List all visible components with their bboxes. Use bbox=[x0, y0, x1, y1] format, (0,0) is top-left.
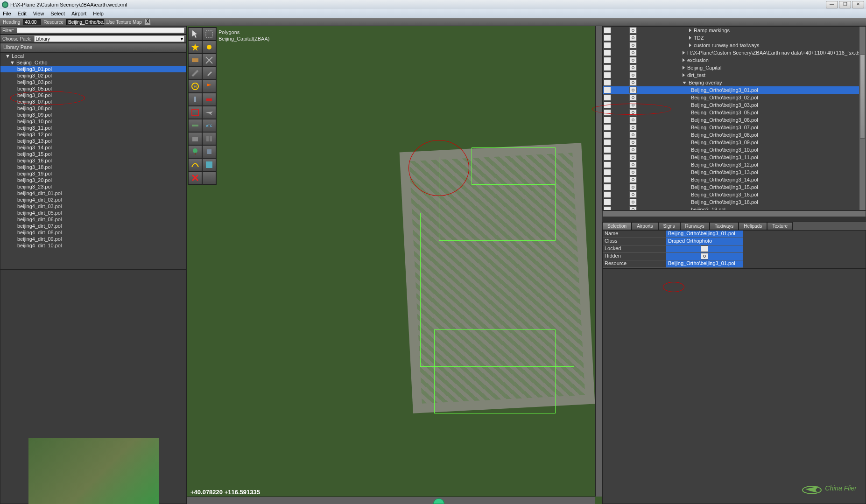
hierarchy-row[interactable]: Beijing_Capital bbox=[603, 64, 866, 71]
tool-exclusion[interactable] bbox=[188, 106, 202, 119]
library-item[interactable]: beijing3_11.pol bbox=[0, 125, 186, 131]
hierarchy-row[interactable]: Beijing_Ortho\beijing3_02.pol bbox=[603, 94, 866, 101]
library-item[interactable]: beijing4_dirt_09.pol bbox=[0, 236, 186, 242]
hide-checkbox[interactable] bbox=[629, 147, 637, 153]
library-item[interactable]: beijing3_23.pol bbox=[0, 183, 186, 190]
hierarchy-scrollbar-v[interactable] bbox=[859, 27, 866, 210]
hierarchy-row[interactable]: Beijing_Ortho\beijing3_13.pol bbox=[603, 168, 866, 176]
lock-checkbox[interactable] bbox=[604, 35, 611, 41]
tool-arrow[interactable] bbox=[188, 28, 202, 41]
hierarchy-row[interactable]: Beijing_Ortho\beijing3_10.pol bbox=[603, 146, 866, 154]
library-item[interactable]: beijing3_19.pol bbox=[0, 170, 186, 177]
hide-checkbox[interactable] bbox=[629, 191, 637, 198]
tool-wrench[interactable] bbox=[202, 67, 216, 80]
hierarchy-row[interactable]: Beijing_Ortho\beijing3_07.pol bbox=[603, 124, 866, 131]
lock-checkbox[interactable] bbox=[604, 64, 611, 71]
tool-light[interactable] bbox=[202, 41, 216, 54]
hide-checkbox[interactable] bbox=[629, 176, 637, 183]
hierarchy-row[interactable]: Beijing_Ortho\beijing3_08.pol bbox=[603, 131, 866, 139]
menu-select[interactable]: Select bbox=[50, 11, 65, 16]
hierarchy-row[interactable]: TDZ bbox=[603, 34, 866, 42]
expand-icon[interactable] bbox=[689, 43, 691, 47]
hierarchy-row[interactable]: Beijing_Ortho\beijing3_18.pol bbox=[603, 198, 866, 206]
tool-facade[interactable] bbox=[202, 132, 216, 145]
tab-selection[interactable]: Selection bbox=[602, 222, 632, 230]
expand-icon[interactable] bbox=[689, 36, 691, 40]
expand-icon[interactable] bbox=[689, 28, 691, 32]
tool-sign[interactable] bbox=[188, 54, 202, 67]
lock-checkbox[interactable] bbox=[604, 124, 611, 131]
use-texture-button[interactable]: X bbox=[144, 19, 151, 25]
tab-helipads[interactable]: Helipads bbox=[739, 222, 767, 230]
library-item[interactable]: beijing4_dirt_10.pol bbox=[0, 242, 186, 249]
menu-help[interactable]: Help bbox=[93, 11, 104, 16]
tab-taxiways[interactable]: Taxiways bbox=[710, 222, 739, 230]
tab-runways[interactable]: Runways bbox=[680, 222, 710, 230]
hide-checkbox[interactable] bbox=[629, 132, 637, 138]
hide-checkbox[interactable] bbox=[629, 117, 637, 123]
hierarchy-row[interactable]: Beijing_Ortho\beijing3_03.pol bbox=[603, 101, 866, 109]
library-item[interactable]: beijing3_15.pol bbox=[0, 151, 186, 157]
hide-checkbox[interactable] bbox=[629, 206, 637, 210]
lock-checkbox[interactable] bbox=[604, 87, 611, 93]
hide-checkbox[interactable] bbox=[629, 102, 637, 108]
hide-checkbox[interactable] bbox=[629, 154, 637, 161]
tool-star[interactable] bbox=[188, 41, 202, 54]
library-item[interactable]: beijing3_12.pol bbox=[0, 131, 186, 138]
lock-checkbox[interactable] bbox=[604, 27, 611, 34]
tab-airports[interactable]: Airports bbox=[632, 222, 658, 230]
hide-checkbox[interactable] bbox=[629, 199, 637, 205]
lock-checkbox[interactable] bbox=[604, 117, 611, 123]
library-item[interactable]: beijing4_dirt_03.pol bbox=[0, 203, 186, 210]
menu-edit[interactable]: Edit bbox=[18, 11, 27, 16]
hierarchy-row[interactable]: custom runway and taxiways bbox=[603, 42, 866, 49]
hide-checkbox[interactable] bbox=[629, 184, 637, 190]
map-viewport[interactable]: Polygons Beijing_Capital(ZBAA) +40.07822… bbox=[187, 26, 602, 504]
hide-checkbox[interactable] bbox=[629, 109, 637, 116]
hide-checkbox[interactable] bbox=[629, 57, 637, 63]
resource-field[interactable]: Beijing_Ortho/be... bbox=[66, 19, 104, 25]
hierarchy-row[interactable]: Beijing_Ortho\beijing3_14.pol bbox=[603, 176, 866, 183]
property-value[interactable]: Draped Orthophoto bbox=[666, 238, 743, 245]
hierarchy-row[interactable]: beijing3_19.pol bbox=[603, 206, 866, 210]
lock-checkbox[interactable] bbox=[604, 42, 611, 49]
scrollbar-thumb[interactable] bbox=[860, 55, 865, 139]
close-button[interactable]: ✕ bbox=[852, 1, 864, 8]
maximize-button[interactable]: ❐ bbox=[839, 1, 851, 8]
library-item[interactable]: beijing4_dirt_08.pol bbox=[0, 229, 186, 236]
tool-line[interactable] bbox=[188, 158, 202, 171]
library-item[interactable]: beijing3_10.pol bbox=[0, 118, 186, 125]
lock-checkbox[interactable] bbox=[604, 79, 611, 86]
library-item[interactable]: beijing3_01.pol bbox=[0, 66, 186, 72]
hide-checkbox[interactable] bbox=[629, 169, 637, 175]
property-value[interactable]: Beijing_Ortho\beijing3_01.pol bbox=[666, 260, 743, 268]
hierarchy-row[interactable]: exclusion bbox=[603, 56, 866, 64]
tool-boundary[interactable] bbox=[202, 93, 216, 106]
library-item[interactable]: beijing3_03.pol bbox=[0, 79, 186, 85]
hide-checkbox[interactable] bbox=[629, 49, 637, 56]
hide-checkbox[interactable] bbox=[629, 79, 637, 86]
hierarchy-scrollbar-h[interactable] bbox=[602, 210, 866, 217]
hide-checkbox[interactable] bbox=[629, 64, 637, 71]
library-item[interactable]: beijing3_16.pol bbox=[0, 157, 186, 164]
lock-checkbox[interactable] bbox=[604, 139, 611, 146]
lock-checkbox[interactable] bbox=[604, 199, 611, 205]
hierarchy-row[interactable]: Beijing_Ortho\beijing3_16.pol bbox=[603, 191, 866, 198]
hide-checkbox[interactable] bbox=[629, 161, 637, 168]
library-item[interactable]: beijing4_dirt_06.pol bbox=[0, 216, 186, 223]
tool-empty[interactable] bbox=[202, 171, 216, 184]
tool-helipad[interactable]: H bbox=[188, 80, 202, 93]
menu-file[interactable]: File bbox=[3, 11, 11, 16]
property-value[interactable]: Beijing_Ortho\beijing3_01.pol bbox=[666, 231, 743, 238]
lock-checkbox[interactable] bbox=[604, 154, 611, 161]
library-item[interactable]: beijing4_dirt_07.pol bbox=[0, 223, 186, 229]
library-item[interactable]: beijing3_18.pol bbox=[0, 164, 186, 170]
library-item[interactable]: beijing3_14.pol bbox=[0, 144, 186, 151]
tab-signs[interactable]: Signs bbox=[658, 222, 680, 230]
library-tree[interactable]: ▼ Local ▼ Beijing_Ortho beijing3_01.polb… bbox=[0, 52, 187, 269]
hierarchy-row[interactable]: Beijing overlay bbox=[603, 79, 866, 86]
hierarchy-tree[interactable]: Ramp markingsTDZcustom runway and taxiwa… bbox=[602, 26, 866, 210]
tool-runway[interactable] bbox=[188, 67, 202, 80]
library-item[interactable]: beijing3_13.pol bbox=[0, 138, 186, 144]
lock-checkbox[interactable] bbox=[604, 49, 611, 56]
